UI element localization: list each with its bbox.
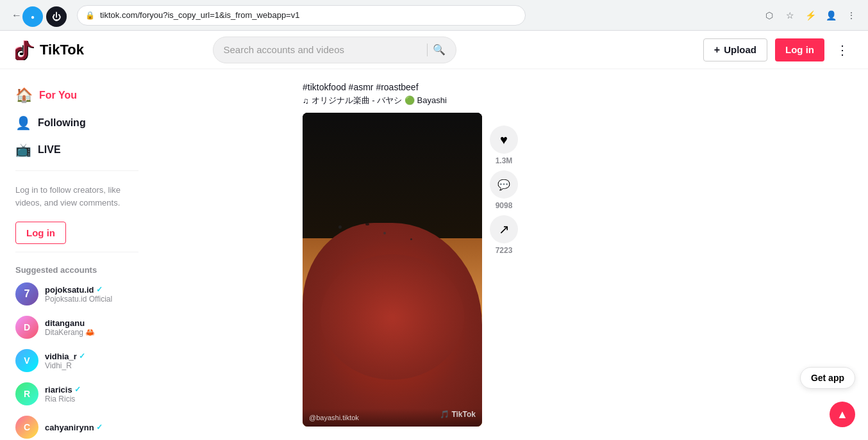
username-watermark: @bayashi.tiktok bbox=[303, 409, 482, 427]
url-text: tiktok.com/foryou?is_copy_url=1&is_from_… bbox=[100, 10, 299, 20]
sidebar-divider bbox=[15, 170, 138, 171]
account-item-cahyanirynn[interactable]: C cahyanirynn ✓ bbox=[5, 411, 149, 440]
account-item-riaricis[interactable]: R riaricis ✓ Ria Ricis bbox=[5, 377, 149, 411]
displayname-riaricis: Ria Ricis bbox=[45, 395, 81, 403]
username-pojoksatu: pojoksatu.id ✓ bbox=[45, 285, 112, 295]
feed: #tiktokfood #asmr #roastbeef ♫ オリジナル楽曲 -… bbox=[290, 69, 732, 440]
username-ditanganu: ditanganu bbox=[45, 318, 95, 328]
logo[interactable]: ♩ TikTok bbox=[15, 40, 84, 60]
displayname-ditanganu: DitaKerang 🦀 bbox=[45, 328, 95, 337]
music-line: ♫ オリジナル楽曲 - バヤシ 🟢 Bayashi bbox=[303, 95, 518, 106]
avatar-pojoksatu: 7 bbox=[15, 282, 38, 306]
like-count: 1.3M bbox=[496, 156, 513, 165]
scroll-to-top-button[interactable]: ▲ bbox=[830, 402, 855, 427]
avatar-cahyanirynn: C bbox=[15, 416, 38, 439]
like-button[interactable]: ♥ 1.3M bbox=[490, 126, 518, 165]
seasoning-dot-3 bbox=[410, 238, 412, 240]
lock-icon: 🔒 bbox=[85, 11, 95, 20]
bookmark-icon[interactable]: ☆ bbox=[781, 6, 799, 24]
more-options-button[interactable]: ⋮ bbox=[832, 40, 853, 60]
live-dot-indicator[interactable]: ● bbox=[22, 6, 43, 27]
verified-icon-vidhia: ✓ bbox=[79, 352, 85, 361]
account-info-vidhia: vidhia_r ✓ Vidhi_R bbox=[45, 352, 85, 370]
following-label: Following bbox=[38, 117, 86, 129]
share-icon: ↗ bbox=[490, 215, 518, 243]
comment-icon: 💬 bbox=[490, 170, 518, 199]
account-item-ditanganu[interactable]: D ditanganu DitaKerang 🦀 bbox=[5, 311, 149, 344]
share-count: 7223 bbox=[496, 246, 513, 255]
tiktok-logo-icon: ♩ bbox=[15, 40, 36, 60]
suggested-accounts-title: Suggested accounts bbox=[5, 260, 149, 277]
video-post-left: #tiktokfood #asmr #roastbeef ♫ オリジナル楽曲 -… bbox=[303, 82, 518, 427]
upload-plus-icon: + bbox=[714, 44, 720, 56]
verified-icon-riaricis: ✓ bbox=[74, 385, 81, 394]
avatar-vidhia: V bbox=[15, 349, 38, 372]
username-riaricis: riaricis ✓ bbox=[45, 385, 81, 395]
account-info-pojoksatu: pojoksatu.id ✓ Pojoksatu.id Official bbox=[45, 285, 112, 304]
arrow-up-icon: ▲ bbox=[837, 408, 848, 421]
main-layout: 🏠 For You 👤 Following 📺 LIVE Log in to f… bbox=[0, 69, 868, 440]
power-button[interactable]: ⏻ bbox=[46, 6, 67, 27]
address-bar[interactable]: 🔒 tiktok.com/foryou?is_copy_url=1&is_fro… bbox=[77, 5, 526, 26]
music-text: オリジナル楽曲 - バヤシ 🟢 Bayashi bbox=[312, 95, 447, 106]
svg-text:♩: ♩ bbox=[19, 44, 24, 58]
verified-icon-pojoksatu: ✓ bbox=[96, 285, 103, 294]
logo-text: TikTok bbox=[40, 42, 84, 58]
for-you-label: For You bbox=[39, 90, 77, 101]
search-divider bbox=[427, 44, 428, 56]
avatar-riaricis: R bbox=[15, 382, 38, 405]
sidebar-item-following[interactable]: 👤 Following bbox=[5, 110, 149, 136]
account-item-vidhia[interactable]: V vidhia_r ✓ Vidhi_R bbox=[5, 344, 149, 377]
displayname-vidhia: Vidhi_R bbox=[45, 361, 85, 370]
tiktok-app: ♩ TikTok 🔍 + Upload Log in ⋮ 🏠 For You bbox=[0, 31, 868, 440]
music-note-icon: ♫ bbox=[303, 96, 309, 106]
post-tags: #tiktokfood #asmr #roastbeef bbox=[303, 82, 518, 92]
more-chrome-icon[interactable]: ⋮ bbox=[842, 6, 860, 24]
video-post: #tiktokfood #asmr #roastbeef ♫ オリジナル楽曲 -… bbox=[303, 69, 719, 439]
sidebar-divider-2 bbox=[15, 252, 138, 252]
header-actions: + Upload Log in ⋮ bbox=[703, 38, 853, 61]
search-input[interactable] bbox=[224, 44, 422, 55]
cast-icon[interactable]: ⬡ bbox=[760, 6, 778, 24]
power-icon: ⏻ bbox=[52, 12, 61, 22]
extensions-icon[interactable]: ⚡ bbox=[801, 6, 819, 24]
username-cahyanirynn: cahyanirynn ✓ bbox=[45, 423, 103, 432]
account-info-cahyanirynn: cahyanirynn ✓ bbox=[45, 423, 103, 432]
browser-actions: ⬡ ☆ ⚡ 👤 ⋮ bbox=[760, 6, 860, 24]
login-header-button[interactable]: Log in bbox=[775, 38, 824, 61]
video-visual: 🎵 TikTok @bayashi.tiktok bbox=[303, 113, 482, 427]
search-icon[interactable]: 🔍 bbox=[433, 44, 446, 56]
browser-chrome: ← → ↻ 🔒 tiktok.com/foryou?is_copy_url=1&… bbox=[0, 0, 868, 31]
sidebar-login-button[interactable]: Log in bbox=[15, 222, 66, 244]
share-button[interactable]: ↗ 7223 bbox=[490, 215, 518, 255]
like-icon: ♥ bbox=[490, 126, 518, 154]
profile-icon[interactable]: 👤 bbox=[822, 6, 840, 24]
seasoning-dot-4 bbox=[365, 223, 369, 225]
username-vidhia: vidhia_r ✓ bbox=[45, 352, 85, 361]
header: ♩ TikTok 🔍 + Upload Log in ⋮ bbox=[0, 31, 868, 69]
verified-icon-cahyanirynn: ✓ bbox=[96, 423, 103, 432]
content-area: #tiktokfood #asmr #roastbeef ♫ オリジナル楽曲 -… bbox=[154, 69, 868, 440]
upload-button[interactable]: + Upload bbox=[703, 38, 767, 61]
login-prompt-text: Log in to follow creators, like videos, … bbox=[5, 179, 149, 214]
sidebar-item-for-you[interactable]: 🏠 For You bbox=[5, 82, 149, 109]
video-bg-dark bbox=[303, 113, 482, 238]
comment-button[interactable]: 💬 9098 bbox=[490, 170, 518, 210]
get-app-button[interactable]: Get app bbox=[800, 367, 855, 389]
video-thumbnail[interactable]: 🎵 TikTok @bayashi.tiktok bbox=[303, 113, 482, 427]
sidebar-item-live[interactable]: 📺 LIVE bbox=[5, 137, 149, 163]
live-icon-small: ● bbox=[31, 13, 35, 20]
following-icon: 👤 bbox=[15, 115, 31, 131]
search-bar[interactable]: 🔍 bbox=[213, 37, 456, 63]
comment-count: 9098 bbox=[496, 201, 513, 210]
home-icon: 🏠 bbox=[15, 87, 33, 104]
sidebar: 🏠 For You 👤 Following 📺 LIVE Log in to f… bbox=[0, 69, 154, 440]
live-icon: 📺 bbox=[15, 142, 31, 158]
account-info-ditanganu: ditanganu DitaKerang 🦀 bbox=[45, 318, 95, 337]
displayname-pojoksatu: Pojoksatu.id Official bbox=[45, 295, 112, 304]
avatar-ditanganu: D bbox=[15, 316, 38, 339]
account-item-pojoksatu[interactable]: 7 pojoksatu.id ✓ Pojoksatu.id Official bbox=[5, 277, 149, 311]
account-info-riaricis: riaricis ✓ Ria Ricis bbox=[45, 385, 81, 403]
action-buttons: ♥ 1.3M 💬 9098 ↗ 7223 bbox=[490, 113, 518, 427]
upload-label: Upload bbox=[724, 44, 756, 55]
